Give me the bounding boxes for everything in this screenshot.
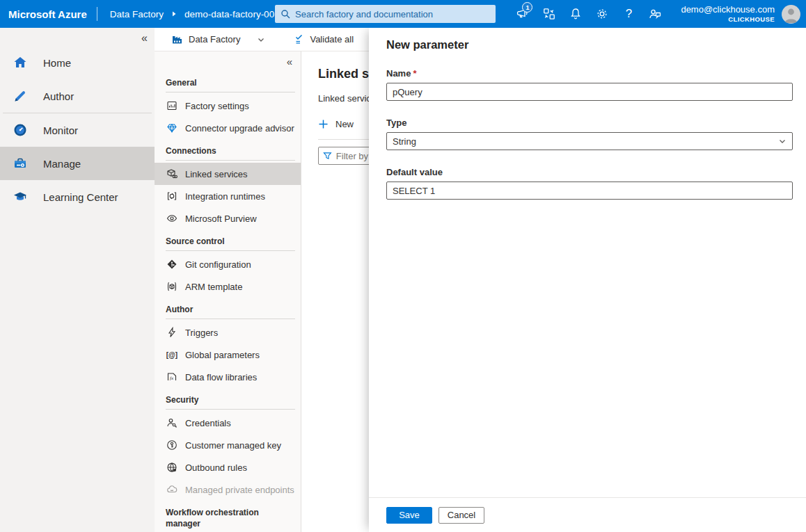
- validate-all-button[interactable]: Validate all: [293, 33, 354, 45]
- sidebar-item-credentials[interactable]: Credentials: [155, 412, 301, 434]
- panel-title: New parameter: [386, 38, 793, 51]
- notifications-button[interactable]: [562, 0, 589, 28]
- sidebar-item-linked-services[interactable]: Linked services: [155, 163, 301, 185]
- sidebar-item-label: Credentials: [185, 418, 231, 428]
- sidebar-item-microsoft-purview[interactable]: Microsoft Purview: [155, 207, 301, 229]
- help-icon: ?: [626, 7, 632, 21]
- linked-services-icon: [166, 168, 177, 179]
- required-marker: *: [413, 68, 416, 79]
- notification-badge: 1: [522, 2, 532, 13]
- panel-footer: Save Cancel: [369, 497, 806, 532]
- user-email: demo@clickhouse.com: [681, 4, 775, 15]
- leftnav-label: Home: [43, 57, 71, 69]
- sidebar-item-label: Customer managed key: [185, 440, 281, 451]
- leftnav-label: Manage: [43, 158, 81, 170]
- name-label-text: Name: [386, 68, 411, 79]
- switch-directory-icon: [542, 7, 556, 21]
- global-parameters-icon: [@]: [166, 351, 178, 359]
- leftnav-label: Monitor: [43, 124, 78, 136]
- new-parameter-panel: New parameter Name* Type String Default …: [369, 28, 806, 532]
- plus-icon: [318, 119, 329, 129]
- sidebar-item-author[interactable]: Author: [0, 79, 155, 113]
- feedback-button[interactable]: [642, 0, 668, 28]
- sidebar-item-home[interactable]: Home: [0, 46, 155, 79]
- sidebar-item-connector-upgrade-advisor[interactable]: Connector upgrade advisor: [155, 117, 301, 139]
- switch-directory-button[interactable]: [536, 0, 562, 28]
- sidebar-item-monitor[interactable]: Monitor: [0, 113, 155, 147]
- validate-all-label: Validate all: [310, 34, 354, 45]
- lightning-icon: [166, 327, 177, 338]
- funnel-icon: [323, 151, 332, 161]
- key-icon: [166, 440, 177, 451]
- factory-selector[interactable]: Data Factory: [171, 33, 265, 45]
- section-rule: [166, 409, 295, 410]
- sidebar-item-manage[interactable]: Manage: [0, 147, 155, 180]
- diamond-icon: [166, 122, 177, 134]
- topbar-search[interactable]: [275, 5, 496, 23]
- type-dropdown[interactable]: String: [386, 132, 793, 150]
- sidebar-item-label: Data flow libraries: [185, 372, 257, 382]
- svg-text:fx: fx: [170, 376, 174, 381]
- sidebar-item-label: Connector upgrade advisor: [185, 123, 294, 134]
- toolbox-icon: [13, 156, 28, 171]
- sidebar-item-label: Microsoft Purview: [185, 213, 257, 224]
- gauge-icon: [13, 122, 28, 138]
- sidebar-item-label: Factory settings: [185, 101, 249, 111]
- section-header-author: Author: [155, 298, 301, 319]
- section-rule: [166, 319, 295, 319]
- name-field[interactable]: [386, 83, 793, 101]
- topbar-divider: [97, 7, 97, 21]
- help-button[interactable]: ?: [615, 0, 642, 28]
- sidebar-item-data-flow-libraries[interactable]: fx Data flow libraries: [155, 366, 301, 388]
- breadcrumb-app[interactable]: Data Factory: [110, 9, 164, 19]
- whats-new-button[interactable]: 1: [509, 0, 536, 28]
- manage-sidebar: « General Factory settings Connector upg…: [155, 51, 301, 532]
- avatar[interactable]: [782, 5, 800, 24]
- sidebar-item-managed-private-endpoints[interactable]: Managed private endpoints: [155, 478, 301, 501]
- search-icon: [280, 9, 290, 19]
- sidebar-item-label: Integration runtimes: [185, 191, 265, 202]
- settings-button[interactable]: [589, 0, 615, 28]
- section-header-security: Security: [155, 388, 301, 409]
- azure-top-bar: Microsoft Azure Data Factory demo-data-f…: [0, 0, 806, 28]
- eye-icon: [166, 213, 177, 224]
- factory-icon: [171, 33, 183, 45]
- section-header-connections: Connections: [155, 139, 301, 160]
- new-button[interactable]: New: [318, 119, 367, 129]
- name-label: Name*: [386, 68, 793, 79]
- default-value-field[interactable]: [386, 182, 793, 200]
- person-icon: [782, 5, 800, 24]
- breadcrumb-chevron-icon: [171, 10, 177, 17]
- sidebar-item-label: Git configuration: [185, 259, 251, 270]
- globe-icon: [166, 462, 177, 473]
- cloud-icon: [166, 484, 177, 495]
- user-org: CLICKHOUSE: [681, 15, 775, 24]
- cancel-button[interactable]: Cancel: [438, 507, 484, 524]
- breadcrumb-factory[interactable]: demo-data-factory-00: [184, 9, 274, 19]
- credentials-icon: [166, 417, 177, 428]
- sidebar-item-integration-runtimes[interactable]: Integration runtimes: [155, 185, 301, 207]
- default-value-label: Default value: [386, 167, 793, 177]
- azure-brand[interactable]: Microsoft Azure: [0, 8, 97, 20]
- arm-template-icon: [166, 281, 177, 292]
- section-header-general: General: [155, 71, 301, 92]
- leftnav-label: Author: [43, 90, 74, 102]
- sidebar-item-learning-center[interactable]: Learning Center: [0, 180, 155, 213]
- sidebar-item-triggers[interactable]: Triggers: [155, 321, 301, 344]
- sidebar-item-outbound-rules[interactable]: Outbound rules: [155, 456, 301, 478]
- bell-icon: [569, 7, 583, 21]
- save-button[interactable]: Save: [386, 507, 432, 524]
- sidebar-item-arm-template[interactable]: ARM template: [155, 275, 301, 298]
- leftnav-collapse-icon[interactable]: «: [141, 32, 148, 45]
- type-label: Type: [386, 118, 793, 128]
- app-root: Microsoft Azure Data Factory demo-data-f…: [0, 0, 806, 532]
- search-input[interactable]: [295, 9, 490, 19]
- account-info[interactable]: demo@clickhouse.com CLICKHOUSE: [681, 4, 775, 24]
- sidebar-item-label: Outbound rules: [185, 462, 247, 473]
- sidebar-collapse-icon[interactable]: «: [155, 51, 301, 71]
- sidebar-item-customer-managed-key[interactable]: Customer managed key: [155, 434, 301, 456]
- leftnav-label: Learning Center: [43, 191, 118, 203]
- sidebar-item-git-configuration[interactable]: Git configuration: [155, 253, 301, 275]
- sidebar-item-factory-settings[interactable]: Factory settings: [155, 95, 301, 117]
- sidebar-item-global-parameters[interactable]: [@] Global parameters: [155, 344, 301, 366]
